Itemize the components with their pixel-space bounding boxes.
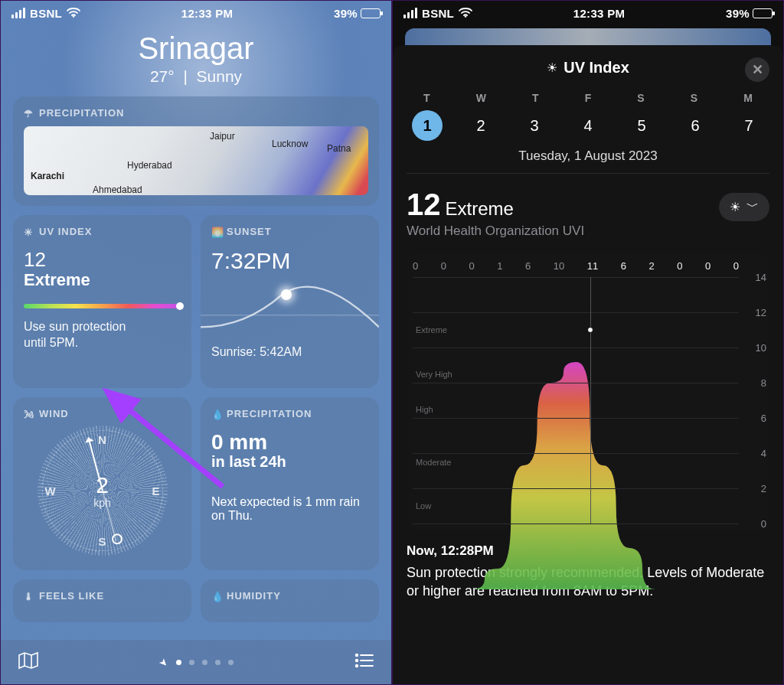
- chevron-down-icon: ﹀: [746, 199, 759, 215]
- full-date-label: Tuesday, 1 August 2023: [407, 148, 769, 174]
- uv-hour-labels: 00016101162000: [407, 254, 769, 278]
- svg-point-0: [73, 15, 75, 18]
- uv-subtitle: World Health Organization UVI: [407, 223, 769, 239]
- precipitation-card[interactable]: 💧PRECIPITATION 0 mm in last 24h Next exp…: [201, 397, 379, 570]
- weekday-row: TWTFSSM: [393, 87, 783, 107]
- sheet-title: UV Index: [564, 59, 629, 77]
- sunset-icon: 🌅: [211, 227, 222, 237]
- status-bar: BSNL 12:33 PM 39%: [1, 1, 391, 25]
- signal-icon: [403, 8, 417, 18]
- sunset-card[interactable]: 🌅SUNSET 7:32PM Sunrise: 5:42AM: [201, 215, 379, 388]
- date-row[interactable]: 1234567: [393, 107, 783, 148]
- precipitation-map-card[interactable]: ☂ PRECIPITATION Jaipur Lucknow Patna Hyd…: [13, 96, 379, 206]
- feels-like-card[interactable]: 🌡FEELS LIKE: [13, 579, 191, 622]
- precip-value: 0 mm: [211, 430, 368, 455]
- temp-condition: 27° | Sunny: [1, 67, 391, 86]
- sun-icon: ☀︎: [547, 60, 557, 75]
- uv-note: Use sun protectionuntil 5PM.: [24, 319, 181, 351]
- uv-hourly-chart[interactable]: 00016101162000: [407, 254, 769, 530]
- close-button[interactable]: ✕: [745, 57, 769, 82]
- droplet-icon: 💧: [211, 409, 222, 419]
- humidity-icon: 💧: [211, 591, 222, 602]
- signal-icon: [11, 8, 25, 18]
- status-time: 12:33 PM: [573, 7, 625, 20]
- location-name: Srinagar: [1, 31, 391, 66]
- page-indicator[interactable]: ➤: [160, 657, 234, 668]
- background-peek: [405, 28, 771, 45]
- wifi-icon: [459, 7, 472, 20]
- now-indicator: [590, 277, 591, 524]
- battery-icon: [361, 8, 381, 18]
- wind-unit: kph: [93, 497, 111, 509]
- thermometer-icon: 🌡: [24, 591, 34, 602]
- sunset-curve: [201, 285, 379, 337]
- uv-gradient-bar: [24, 304, 181, 308]
- uv-index-card[interactable]: ☀UV INDEX 12 Extreme Use sun protectionu…: [13, 215, 191, 388]
- bottom-toolbar: ➤: [1, 640, 391, 684]
- uv-detail-screen: BSNL 12:33 PM 39% ☀︎ UV Index ✕ TWTFSSM …: [392, 0, 784, 685]
- sunset-time: 7:32PM: [211, 248, 368, 274]
- weather-app-screen: BSNL 12:33 PM 39% Srinagar 27° | Sunny ☂…: [0, 0, 392, 685]
- battery-pct: 39%: [334, 7, 358, 20]
- wind-compass: NS WE 2 kph: [38, 426, 168, 556]
- precip-note: Next expected is 1 mm rain on Thu.: [211, 495, 368, 523]
- measure-picker[interactable]: ☀ ﹀: [719, 193, 769, 221]
- sun-position-dot: [281, 289, 292, 300]
- uv-grid: 02468101214LowModerateHighVery HighExtre…: [413, 277, 739, 524]
- wind-icon: 🌬: [24, 409, 34, 419]
- date-6[interactable]: 6: [680, 110, 710, 141]
- precip-sub: in last 24h: [211, 453, 368, 471]
- sun-icon: ☀: [730, 200, 740, 214]
- date-7[interactable]: 7: [733, 110, 764, 141]
- date-3[interactable]: 3: [519, 110, 550, 141]
- current-location-icon[interactable]: ➤: [157, 655, 171, 669]
- uv-detail-sheet[interactable]: ☀︎ UV Index ✕ TWTFSSM 1234567 Tuesday, 1…: [393, 45, 783, 684]
- precipitation-map[interactable]: Jaipur Lucknow Patna Hyderabad Karachi A…: [24, 126, 368, 195]
- uv-level: Extreme: [24, 270, 181, 290]
- date-1[interactable]: 1: [412, 110, 443, 141]
- date-4[interactable]: 4: [573, 110, 603, 141]
- map-icon[interactable]: [18, 651, 39, 673]
- umbrella-icon: ☂: [24, 108, 34, 119]
- uv-value: 12: [24, 248, 181, 272]
- humidity-card[interactable]: 💧HUMIDITY: [201, 579, 379, 622]
- carrier-label: BSNL: [30, 7, 62, 20]
- card-header: ☂ PRECIPITATION: [24, 107, 368, 119]
- wind-card[interactable]: 🌬WIND NS WE 2 kph: [13, 397, 191, 570]
- list-icon[interactable]: [354, 653, 374, 671]
- uv-area-path: [419, 300, 708, 589]
- svg-point-5: [356, 660, 358, 662]
- sun-icon: ☀: [24, 227, 34, 237]
- svg-point-3: [356, 654, 358, 657]
- uv-value-big: 12: [407, 188, 441, 222]
- date-2[interactable]: 2: [466, 110, 496, 141]
- uv-level-big: Extreme: [446, 198, 514, 220]
- status-bar: BSNL 12:33 PM 39%: [393, 1, 783, 25]
- date-5[interactable]: 5: [626, 110, 657, 141]
- weather-content[interactable]: Srinagar 27° | Sunny ☂ PRECIPITATION Jai…: [1, 1, 391, 684]
- sunrise-label: Sunrise: 5:42AM: [211, 344, 368, 360]
- status-time: 12:33 PM: [181, 7, 233, 20]
- svg-point-7: [356, 665, 358, 667]
- battery-icon: [753, 8, 773, 18]
- wind-speed: 2: [96, 472, 109, 498]
- wifi-icon: [67, 7, 80, 20]
- svg-point-9: [465, 15, 467, 18]
